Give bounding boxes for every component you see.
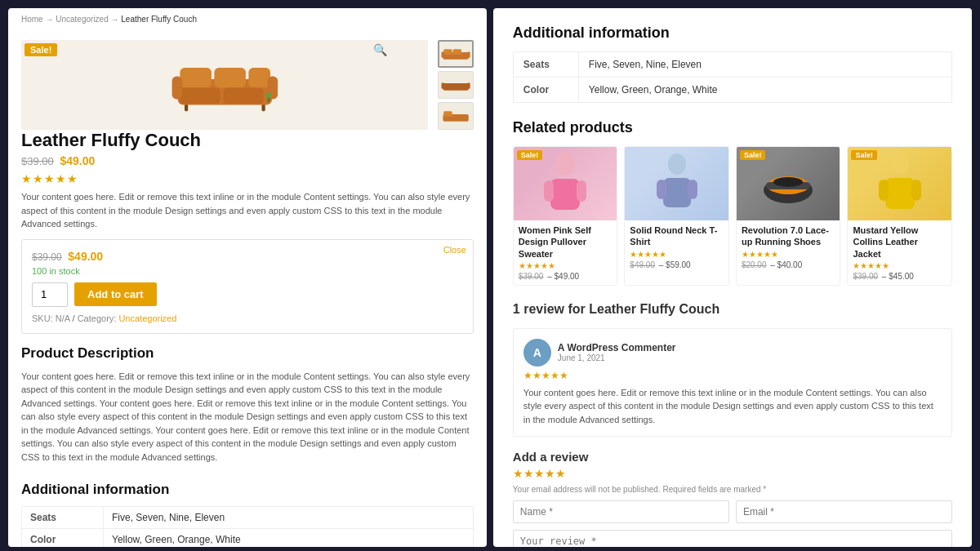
reviewer-avatar: A [523,339,551,367]
right-card-sale-badge-4: Sale! [851,150,877,160]
product-short-description: Your content goes here. Edit or remove t… [21,190,474,231]
reviewer-date: June 1, 2021 [558,353,676,362]
svg-rect-44 [688,180,697,199]
sale-badge: Sale! [24,43,57,56]
svg-point-48 [773,177,803,187]
svg-rect-50 [885,178,915,209]
right-related-img-2 [625,147,728,220]
additional-info-table: Seats Five, Seven, Nine, Eleven Color Ye… [21,506,474,547]
right-card-name-1: Women Pink Self Design Pullover Sweater [519,224,612,260]
svg-rect-38 [550,179,580,210]
reviewer-name: A WordPress Commenter [558,342,676,353]
cart-price-new: $49.00 [68,250,103,263]
svg-rect-51 [879,180,889,201]
svg-rect-4 [214,68,246,88]
svg-rect-8 [172,77,183,100]
svg-rect-52 [911,180,921,201]
thumbnail-2[interactable] [438,71,474,99]
additional-info-title: Additional information [8,470,487,498]
right-card-price-2: $49.00 – $59.00 [630,260,724,269]
product-title: Leather Fluffy Couch [21,130,474,151]
sku-info: SKU: N/A / Category: Uncategorized [32,313,463,323]
right-seats-label: Seats [513,52,578,78]
svg-rect-15 [441,51,443,58]
right-card-name-2: Solid Round Neck T-Shirt [630,224,724,248]
cart-box: Close $39.00 $49.00 100 in stock Add to … [21,239,474,334]
right-card-sale-badge-1: Sale! [517,150,543,160]
stock-status: 100 in stock [32,266,463,276]
svg-rect-42 [663,178,691,207]
svg-rect-5 [248,68,270,88]
right-info-row-color: Color Yellow, Green, Orange, White [513,78,951,103]
name-email-row [513,500,952,523]
right-info-row-seats: Seats Five, Seven, Nine, Eleven [513,52,951,78]
color-label: Color [22,529,104,548]
right-card-stars-3: ★★★★★ [742,250,835,259]
review-card: A A WordPress Commenter June 1, 2021 ★★★… [513,328,952,438]
info-row-color: Color Yellow, Green, Orange, White [22,529,474,548]
review-stars: ★★★★★ [523,370,942,381]
right-card-stars-1: ★★★★★ [519,261,612,270]
review-textarea[interactable] [513,530,952,547]
svg-point-37 [555,153,575,176]
right-related-card-1[interactable]: Sale! Women Pink Self Design Pullover Sw… [513,146,618,286]
color-value: Yellow, Green, Orange, White [104,529,474,548]
right-card-price-4: $39.00 – $45.00 [853,272,947,281]
svg-rect-39 [544,180,554,202]
svg-point-41 [668,153,686,175]
svg-rect-21 [443,111,452,117]
breadcrumb: Home → Uncategorized → Leather Fluffy Co… [8,8,487,27]
svg-rect-6 [180,88,220,104]
thumbnail-3[interactable] [438,102,474,130]
add-review-title: Add a review [513,450,952,464]
svg-rect-40 [577,180,586,202]
svg-rect-19 [467,82,470,89]
original-price: $39.00 [21,155,54,167]
svg-rect-17 [443,83,468,91]
email-input[interactable] [736,500,952,523]
seats-label: Seats [22,507,104,529]
svg-rect-7 [224,88,264,104]
right-related-card-2[interactable]: Solid Round Neck T-Shirt ★★★★★ $49.00 – … [624,146,729,286]
thumbnail-1[interactable] [438,40,474,68]
form-note: Your email address will not be published… [513,485,952,494]
right-card-name-3: Revolution 7.0 Lace-up Running Shoes [742,224,835,248]
svg-rect-3 [180,68,212,88]
info-row-seats: Seats Five, Seven, Nine, Eleven [22,507,474,529]
cart-price-old: $39.00 [32,251,62,263]
main-product-image [21,40,428,130]
product-description-text: Your content goes here. Edit or remove t… [21,370,474,464]
right-related-products-grid: Sale! Women Pink Self Design Pullover Sw… [513,146,952,286]
add-to-cart-button[interactable]: Add to cart [74,282,157,306]
svg-point-49 [891,153,909,175]
right-card-price-3: $20.00 – $40.00 [742,260,835,269]
right-card-price-1: $39.00 – $49.00 [519,272,612,281]
add-review-rating[interactable]: ★★★★★ [513,467,952,480]
right-card-sale-badge-3: Sale! [740,150,766,160]
sale-price: $49.00 [60,154,95,167]
thumbnail-strip [438,40,474,130]
right-card-stars-2: ★★★★★ [630,250,724,259]
cart-close-button[interactable]: Close [443,245,466,255]
right-related-card-3[interactable]: Sale! Revolution 7.0 Lace-up Running Sho… [736,146,841,286]
right-color-value: Yellow, Green, Orange, White [578,78,951,103]
right-related-products-title: Related products [513,119,952,136]
svg-rect-13 [443,49,452,55]
review-text: Your content goes here. Edit or remove t… [523,386,942,427]
right-additional-info-title: Additional information [513,24,952,42]
svg-rect-18 [441,82,443,89]
right-related-card-4[interactable]: Sale! Mustard Yellow Collins Leather Jac… [847,146,952,286]
category-link[interactable]: Uncategorized [118,313,176,323]
right-card-stars-4: ★★★★★ [853,261,947,270]
right-color-label: Color [513,78,578,103]
svg-rect-16 [467,51,470,58]
svg-rect-43 [657,180,666,199]
name-input[interactable] [513,500,729,523]
product-description-title: Product Description [8,334,487,362]
zoom-icon[interactable]: 🔍 [373,43,387,56]
product-rating: ★★★★★ [21,172,474,185]
right-seats-value: Five, Seven, Nine, Eleven [578,52,951,78]
right-card-name-4: Mustard Yellow Collins Leather Jacket [853,224,947,260]
review-section-title: 1 review for Leather Fluffy Couch [513,302,952,317]
quantity-input[interactable] [32,282,68,307]
